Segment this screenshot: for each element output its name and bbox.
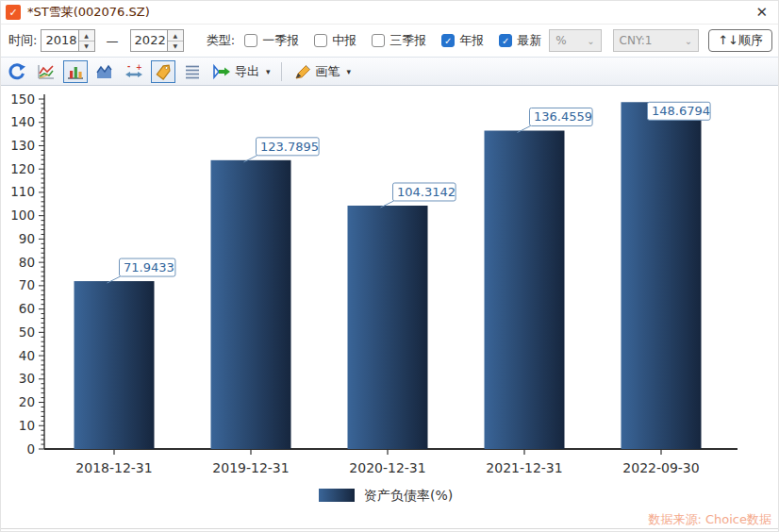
value-label: 148.6794 [652,104,710,118]
value-label: 71.9433 [124,260,174,274]
bar-2020-12-31[interactable] [348,206,428,449]
spin-down-icon[interactable]: ▼ [168,42,183,52]
chart-toolbar: -+ 导出 ▾ 画笔 ▾ [1,57,778,86]
report-type-label: 年报 [459,32,484,49]
y-tick-label: 150 [10,91,35,107]
svg-text:-: - [127,62,130,71]
checkbox-unchecked-icon[interactable] [244,34,257,47]
toolbar-separator [281,62,282,81]
y-tick-label: 30 [19,371,35,386]
checkbox-checked-icon[interactable]: ✓ [441,34,455,47]
unit-dropdown-value: % [555,34,566,47]
type-label: 类型: [207,32,235,49]
year-to-spinner[interactable]: 2022 ▲▼ [130,29,184,52]
y-tick-label: 0 [26,441,35,457]
line-chart-icon[interactable] [34,60,58,83]
export-label: 导出 [235,63,259,80]
x-tick-label: 2018-12-31 [75,460,152,475]
x-tick-label: 2021-12-31 [486,460,562,475]
report-type-label: 最新 [517,32,541,49]
currency-dropdown-value: CNY:1 [620,34,653,47]
report-type-label: 一季报 [262,32,299,49]
chevron-down-icon: ⌄ [587,36,594,46]
spin-up-icon[interactable]: ▲ [168,30,183,42]
report-type-checkbox-1[interactable]: 中报 [314,32,356,49]
x-tick-label: 2020-12-31 [349,460,425,475]
x-tick-label: 2019-12-31 [212,460,289,475]
y-tick-label: 140 [10,114,35,129]
time-label: 时间: [8,32,37,49]
checkbox-unchecked-icon[interactable] [372,34,385,47]
chart-area: 0102030405060708090100110120130140150201… [1,86,779,532]
legend-label: 资产负债率(%) [364,488,453,503]
value-label: 104.3142 [397,185,456,199]
unit-dropdown[interactable]: % ⌄ [549,29,601,52]
brush-button[interactable]: 画笔 ▾ [290,62,354,81]
export-caret-icon[interactable]: ▾ [266,67,271,76]
report-type-checkbox-3[interactable]: ✓年报 [441,32,484,49]
y-tick-label: 50 [19,324,35,340]
svg-text:+: + [136,62,142,71]
y-tick-label: 10 [19,418,35,433]
bar-chart-icon[interactable] [63,60,88,83]
sort-order-button[interactable]: ↑↓顺序 [708,29,772,52]
bar-2019-12-31[interactable] [211,160,291,449]
y-tick-label: 80 [19,255,35,270]
filter-bar: 时间: 2018 ▲▼ — 2022 ▲▼ 类型: 一季报中报三季报✓年报✓最新… [1,25,778,57]
y-tick-label: 110 [10,184,35,199]
y-tick-label: 60 [19,301,35,316]
window-bottom-edge [1,528,779,529]
series-checkbox-checked[interactable]: ✓ [6,5,21,20]
report-type-label: 中报 [332,32,356,49]
refresh-icon[interactable] [5,60,29,83]
data-label-tag-icon[interactable] [151,60,175,83]
window-title: *ST雪莱(002076.SZ) [27,4,150,21]
report-type-checkbox-group: 一季报中报三季报✓年报✓最新 [244,32,541,49]
year-from-spinner[interactable]: 2018 ▲▼ [41,29,94,52]
year-from-value: 2018 [41,30,77,51]
scale-range-icon[interactable]: -+ [122,60,146,83]
y-tick-label: 40 [19,348,35,363]
area-chart-icon[interactable] [92,60,117,83]
y-tick-label: 100 [10,208,35,223]
spinner-arrows[interactable]: ▲▼ [167,30,183,51]
report-type-checkbox-4[interactable]: ✓最新 [499,32,541,49]
financial-chart-window: ✓ *ST雪莱(002076.SZ) ✕ 时间: 2018 ▲▼ — 2022 … [0,0,779,532]
title-bar: ✓ *ST雪莱(002076.SZ) ✕ [1,1,778,25]
grid-rows-icon[interactable] [180,60,205,83]
brush-pencil-icon [292,62,313,81]
y-tick-label: 120 [10,161,35,176]
bar-chart-canvas: 0102030405060708090100110120130140150201… [1,86,779,532]
report-type-label: 三季报 [390,32,426,49]
close-icon[interactable]: ✕ [753,5,771,21]
checkbox-checked-icon[interactable]: ✓ [499,34,512,47]
brush-caret-icon[interactable]: ▾ [347,67,352,76]
brush-label: 画笔 [316,63,340,80]
bar-2021-12-31[interactable] [485,130,565,449]
value-label: 123.7895 [260,140,319,154]
spin-up-icon[interactable]: ▲ [79,30,94,42]
y-tick-label: 70 [19,277,35,292]
export-button[interactable]: 导出 ▾ [209,62,273,81]
currency-dropdown[interactable]: CNY:1 ⌄ [613,29,700,52]
value-label: 136.4559 [534,109,592,124]
chevron-down-icon: ⌄ [685,36,692,46]
y-tick-label: 130 [10,138,35,153]
legend-swatch [319,489,355,502]
x-tick-label: 2022-09-30 [622,460,699,475]
report-type-checkbox-0[interactable]: 一季报 [244,32,299,49]
export-icon [211,62,232,81]
spinner-arrows[interactable]: ▲▼ [78,30,94,51]
year-to-value: 2022 [131,30,167,51]
y-tick-label: 20 [19,394,35,409]
bar-2018-12-31[interactable] [75,281,155,449]
y-tick-label: 90 [19,231,35,246]
range-dash: — [107,34,119,48]
report-type-checkbox-2[interactable]: 三季报 [372,32,426,49]
bar-2022-09-30[interactable] [622,102,702,449]
checkbox-unchecked-icon[interactable] [314,34,327,47]
spin-down-icon[interactable]: ▼ [79,42,94,52]
